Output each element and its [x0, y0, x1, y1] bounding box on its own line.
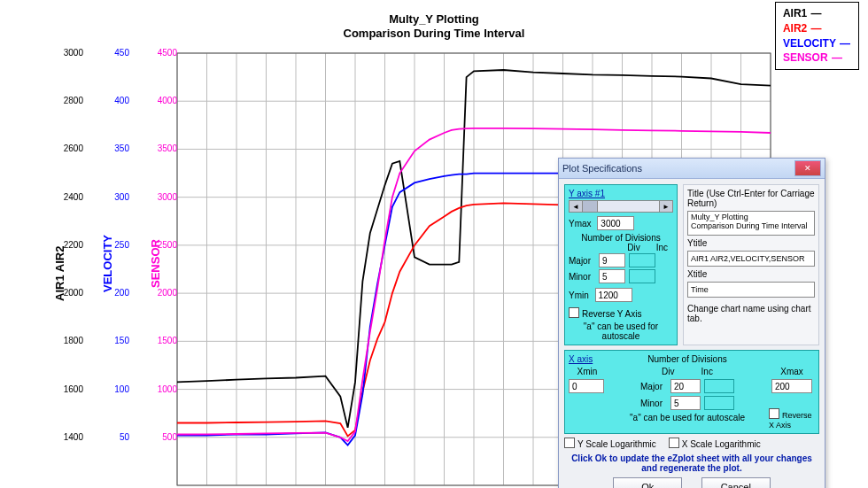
y3-axis-label: SENSOR — [149, 239, 162, 288]
legend-item: VELOCITY — — [783, 36, 851, 51]
x-minor-div-input[interactable]: 5 — [670, 396, 701, 410]
svg-text:200: 200 — [114, 288, 129, 298]
x-log-checkbox[interactable] — [669, 438, 679, 448]
y-axis-section-label: Y axis #1 — [569, 189, 673, 198]
ymin-input[interactable]: 1200 — [595, 288, 632, 302]
major-label-y: Major — [569, 256, 595, 266]
svg-text:150: 150 — [114, 336, 129, 345]
svg-text:350: 350 — [114, 143, 129, 153]
y-log-checkbox[interactable] — [564, 438, 575, 448]
cancel-button[interactable]: Cancel — [701, 477, 771, 488]
x-log-label: X Scale Logarithmic — [682, 439, 761, 449]
y-axis-scrollbar[interactable]: ◄► — [569, 200, 673, 213]
num-div-header-y: Number of Divisions — [569, 233, 673, 243]
chart-name-note: Change chart name using chart tab. — [687, 304, 815, 323]
svg-text:300: 300 — [114, 192, 129, 202]
ytitle-label: Ytitle — [687, 238, 815, 248]
svg-text:1000: 1000 — [158, 384, 178, 394]
svg-text:2400: 2400 — [64, 192, 84, 202]
xmin-label: Xmin — [569, 367, 606, 376]
svg-text:450: 450 — [114, 48, 129, 58]
legend-item: SENSOR — — [783, 50, 851, 66]
x-major-inc-input[interactable] — [704, 379, 734, 393]
y-major-div-input[interactable]: 9 — [599, 253, 625, 267]
svg-text:4500: 4500 — [158, 48, 178, 58]
svg-text:3000: 3000 — [64, 48, 84, 58]
dialog-title: Plot Specifications — [562, 163, 642, 174]
ymax-input[interactable]: 3000 — [597, 216, 634, 230]
svg-text:250: 250 — [114, 240, 129, 250]
x-minor-inc-input[interactable] — [704, 396, 734, 410]
autoscale-y-note: "a" can be used for autoscale — [569, 321, 673, 341]
svg-text:1400: 1400 — [64, 432, 84, 442]
svg-text:2600: 2600 — [64, 143, 84, 153]
y1-axis-label: AIR1 AIR2 — [53, 246, 66, 301]
inc-col-x: Inc — [701, 367, 713, 376]
minor-label-y: Minor — [569, 272, 595, 282]
div-col-x: Div — [662, 367, 674, 376]
svg-text:4000: 4000 — [158, 96, 178, 105]
y-major-inc-input[interactable] — [629, 253, 655, 267]
svg-text:3500: 3500 — [158, 143, 178, 153]
autoscale-x-note: "a" can be used for autoscale — [630, 413, 745, 422]
ok-message: Click Ok to update the eZplot sheet with… — [564, 453, 819, 473]
reverse-x-checkbox[interactable] — [769, 408, 779, 419]
reverse-y-label: Reverse Y Axis — [582, 309, 641, 319]
xmax-label: Xmax — [780, 367, 803, 376]
svg-text:1800: 1800 — [64, 336, 84, 345]
y-minor-inc-input[interactable] — [629, 269, 655, 283]
ok-button[interactable]: Ok — [613, 477, 682, 488]
svg-text:1500: 1500 — [158, 336, 178, 345]
ytitle-input[interactable]: AIR1 AIR2,VELOCITY,SENSOR — [687, 251, 815, 267]
svg-text:400: 400 — [114, 96, 129, 105]
dialog-titlebar[interactable]: Plot Specifications ✕ — [559, 159, 825, 179]
y2-axis-label: VELOCITY — [101, 235, 114, 292]
reverse-y-checkbox[interactable] — [569, 307, 579, 318]
svg-text:2000: 2000 — [158, 288, 178, 298]
legend-item: AIR2 — — [783, 21, 851, 36]
svg-text:1600: 1600 — [64, 384, 84, 394]
plot-specifications-dialog: Plot Specifications ✕ Y axis #1 ◄► Ymax … — [558, 158, 825, 488]
close-icon[interactable]: ✕ — [794, 160, 821, 176]
xmax-input[interactable]: 200 — [771, 379, 812, 393]
svg-text:3000: 3000 — [158, 192, 178, 202]
div-col-y: Div — [627, 243, 639, 252]
minor-label-x: Minor — [640, 399, 667, 408]
legend-item: AIR1 — — [783, 6, 851, 21]
title-hint: Title (Use Ctrl-Enter for Carriage Retur… — [687, 189, 815, 208]
svg-text:50: 50 — [120, 432, 130, 442]
svg-text:2000: 2000 — [64, 288, 84, 298]
num-div-header-x: Number of Divisions — [647, 354, 726, 364]
svg-text:2200: 2200 — [64, 240, 84, 250]
ymax-label: Ymax — [569, 219, 592, 229]
svg-text:500: 500 — [162, 432, 177, 442]
x-axis-section-label: X axis — [569, 354, 606, 364]
y-log-label: Y Scale Logarithmic — [577, 439, 656, 449]
xtitle-label: Xtitle — [687, 269, 815, 279]
legend: AIR1 —AIR2 —VELOCITY —SENSOR — — [775, 2, 859, 70]
svg-text:100: 100 — [114, 384, 129, 394]
inc-col-y: Inc — [656, 243, 668, 252]
ymin-label: Ymin — [569, 290, 589, 300]
svg-text:2800: 2800 — [64, 96, 84, 105]
major-label-x: Major — [640, 382, 667, 391]
chart-title-input[interactable]: Multy_Y Plotting Comparison During Time … — [687, 211, 815, 236]
x-major-div-input[interactable]: 20 — [670, 379, 701, 393]
y-minor-div-input[interactable]: 5 — [599, 269, 625, 283]
xtitle-input[interactable]: Time — [687, 282, 815, 298]
xmin-input[interactable]: 0 — [569, 379, 604, 393]
app-canvas: Multy_Y Plotting Comparison During Time … — [0, 0, 868, 488]
